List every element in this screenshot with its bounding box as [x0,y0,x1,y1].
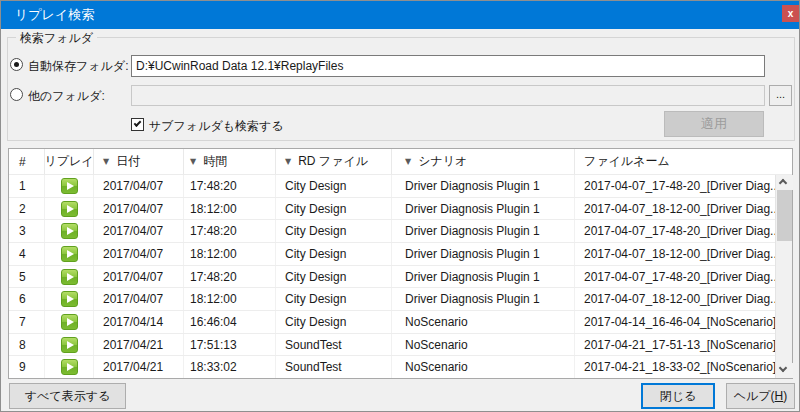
apply-button[interactable]: 適用 [664,111,764,137]
table-row[interactable]: 1 2017/04/07 17:48:20 City Design Driver… [9,175,792,198]
sort-descending-icon: ▼ [285,157,291,166]
play-icon[interactable] [61,337,78,353]
scroll-up-button[interactable] [776,175,793,190]
rd-file-cell: SoundTest [276,356,392,378]
filename-cell: 2017-04-07_17-48-20_[Driver Diag... [575,266,792,288]
column-header-time[interactable]: ▼ 時間 [184,149,276,175]
help-button[interactable]: ヘルプ(H) [726,383,795,409]
time-cell: 17:48:20 [184,220,276,242]
date-cell: 2017/04/07 [94,288,184,310]
table-row[interactable]: 3 2017/04/07 17:48:20 City Design Driver… [9,220,792,243]
date-cell: 2017/04/07 [94,198,184,220]
filename-cell: 2017-04-07_18-12-00_[Driver Diag... [575,243,792,265]
column-header-label: 時間 [203,153,227,170]
play-icon[interactable] [61,314,78,330]
scrollbar-thumb[interactable] [777,190,792,241]
radio-dot [14,62,19,67]
chevron-up-icon [779,179,787,187]
date-cell: 2017/04/07 [94,266,184,288]
scenario-cell: Driver Diagnosis Plugin 1 [392,198,575,220]
row-number: 5 [9,266,45,288]
play-triangle [67,205,74,213]
rd-file-cell: SoundTest [276,334,392,356]
filename-cell: 2017-04-07_17-48-20_[Driver Diag... [575,175,792,197]
filename-cell: 2017-04-14_16-46-04_[NoScenario]... [575,311,792,333]
table-row[interactable]: 6 2017/04/07 18:12:00 City Design Driver… [9,288,792,311]
replay-cell [45,243,94,265]
auto-folder-path-input[interactable] [131,55,765,77]
dialog-title: リプレイ検索 [15,1,94,29]
replay-cell [45,311,94,333]
rd-file-cell: City Design [276,175,392,197]
replay-cell [45,175,94,197]
replay-cell [45,356,94,378]
column-header-label: # [19,155,26,169]
scenario-cell: NoScenario [392,311,575,333]
column-header-replay[interactable]: リプレイ [45,149,94,175]
play-icon[interactable] [61,223,78,239]
filename-cell: 2017-04-21_17-51-13_[NoScenario]... [575,334,792,356]
other-folder-radio[interactable] [10,88,23,101]
play-icon[interactable] [61,359,78,375]
row-number: 9 [9,356,45,378]
other-folder-path-input[interactable] [131,85,765,106]
date-cell: 2017/04/07 [94,220,184,242]
scenario-cell: Driver Diagnosis Plugin 1 [392,175,575,197]
play-icon[interactable] [61,291,78,307]
play-triangle [67,341,74,349]
other-folder-radio-label[interactable]: 他のフォルダ: [28,88,105,105]
auto-folder-radio[interactable] [10,58,23,71]
play-triangle [67,318,74,326]
date-cell: 2017/04/14 [94,311,184,333]
scenario-cell: Driver Diagnosis Plugin 1 [392,220,575,242]
table-row[interactable]: 8 2017/04/21 17:51:13 SoundTest NoScenar… [9,334,792,357]
column-header-label: ファイルネーム [584,153,670,170]
column-header-rd-file[interactable]: ▼ RD ファイル [276,149,392,175]
replay-cell [45,288,94,310]
table-body: 1 2017/04/07 17:48:20 City Design Driver… [9,175,792,378]
column-header-date[interactable]: ▼ 日付 [94,149,184,175]
subfolder-checkbox[interactable] [131,118,144,131]
play-icon[interactable] [61,201,78,217]
scenario-cell: Driver Diagnosis Plugin 1 [392,288,575,310]
play-icon[interactable] [61,269,78,285]
row-number: 1 [9,175,45,197]
date-cell: 2017/04/21 [94,334,184,356]
row-number: 7 [9,311,45,333]
vertical-scrollbar[interactable] [775,175,792,378]
play-icon[interactable] [61,246,78,262]
close-button[interactable]: 閉じる [641,383,715,409]
table-row[interactable]: 7 2017/04/14 16:46:04 City Design NoScen… [9,311,792,334]
table-row[interactable]: 4 2017/04/07 18:12:00 City Design Driver… [9,243,792,266]
rd-file-cell: City Design [276,220,392,242]
scenario-cell: NoScenario [392,356,575,378]
close-icon[interactable]: x [782,5,799,22]
scroll-down-button[interactable] [776,363,793,378]
column-header-label: RD ファイル [298,153,368,170]
play-triangle [67,227,74,235]
browse-folder-button[interactable]: ... [769,85,792,106]
rd-file-cell: City Design [276,243,392,265]
column-header-label: リプレイ [45,153,94,170]
column-header-filename[interactable]: ファイルネーム [575,149,792,175]
auto-folder-radio-label[interactable]: 自動保存フォルダ: [28,58,128,75]
show-all-button[interactable]: すべて表示する [9,383,126,409]
filename-cell: 2017-04-07_18-12-00_[Driver Diag... [575,288,792,310]
play-icon[interactable] [61,178,78,194]
row-number: 4 [9,243,45,265]
scenario-cell: NoScenario [392,334,575,356]
replay-search-dialog: リプレイ検索 x 検索フォルダ 自動保存フォルダ: 他のフォルダ: ... サブ… [0,0,800,412]
play-triangle [67,273,74,281]
table-row[interactable]: 9 2017/04/21 18:33:02 SoundTest NoScenar… [9,356,792,378]
subfolder-checkbox-label[interactable]: サブフォルダも検索する [149,118,284,135]
table-row[interactable]: 2 2017/04/07 18:12:00 City Design Driver… [9,198,792,221]
sort-descending-icon: ▼ [103,157,109,166]
column-header-label: シナリオ [418,153,467,170]
sort-descending-icon: ▼ [405,157,411,166]
time-cell: 18:33:02 [184,356,276,378]
column-header-scenario[interactable]: ▼ シナリオ [392,149,575,175]
row-number: 8 [9,334,45,356]
table-row[interactable]: 5 2017/04/07 17:48:20 City Design Driver… [9,266,792,289]
filename-cell: 2017-04-07_18-12-00_[Driver Diag... [575,198,792,220]
column-header-number[interactable]: # [9,149,45,175]
